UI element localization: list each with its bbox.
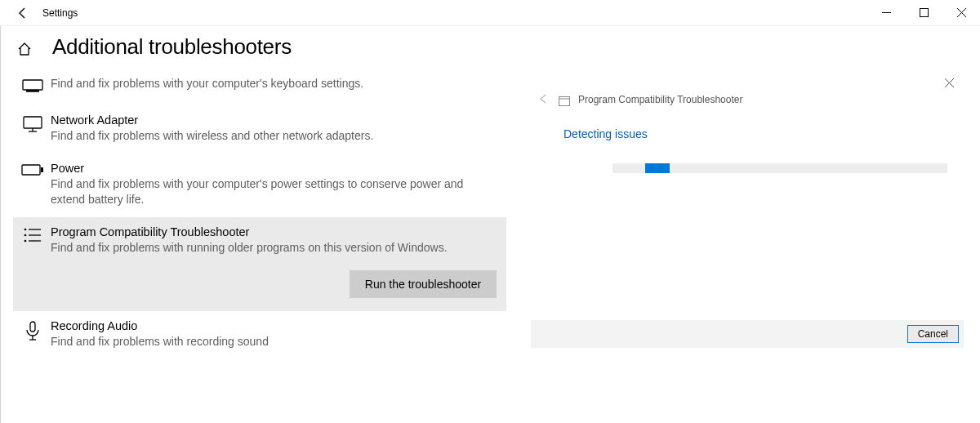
network-adapter-icon: [22, 115, 43, 144]
troubleshooter-item-network[interactable]: Network Adapter Find and fix problems wi…: [13, 105, 506, 154]
troubleshooter-item-program-compat[interactable]: Program Compatibility Troubleshooter Fin…: [13, 217, 506, 311]
dialog-close-button[interactable]: [945, 77, 954, 90]
svg-rect-8: [41, 167, 43, 172]
back-button[interactable]: [11, 2, 34, 24]
window-controls: [867, 0, 980, 26]
item-desc: Find and fix problems with your computer…: [51, 176, 497, 207]
svg-rect-2: [23, 80, 42, 90]
dialog-title: Program Compatibility Troubleshooter: [578, 94, 742, 105]
dialog-status: Detecting issues: [564, 127, 964, 140]
svg-point-11: [24, 234, 27, 236]
progress-bar: [612, 163, 947, 173]
item-title: Recording Audio: [51, 319, 497, 332]
svg-rect-15: [30, 322, 35, 332]
program-list-icon: [23, 227, 42, 298]
minimize-button[interactable]: [867, 0, 905, 26]
titlebar: Settings: [0, 0, 980, 26]
troubleshooter-dialog-pane: Program Compatibility Troubleshooter Det…: [506, 26, 980, 423]
svg-point-9: [24, 228, 27, 230]
progress-bar-fill: [645, 163, 670, 173]
keyboard-icon: [22, 76, 43, 96]
home-icon[interactable]: [15, 42, 34, 56]
dialog-back-button[interactable]: [539, 93, 550, 106]
troubleshooter-dialog: Program Compatibility Troubleshooter Det…: [531, 75, 964, 173]
dialog-footer: Cancel: [531, 320, 964, 348]
close-window-button[interactable]: [942, 0, 980, 26]
maximize-button[interactable]: [905, 0, 942, 26]
item-desc: Find and fix problems with your computer…: [51, 76, 497, 91]
item-title: Power: [51, 162, 497, 175]
microphone-icon: [24, 321, 41, 350]
run-troubleshooter-button[interactable]: Run the troubleshooter: [350, 270, 497, 298]
item-title: Program Compatibility Troubleshooter: [51, 225, 497, 238]
item-desc: Find and fix problems with wireless and …: [51, 128, 497, 144]
svg-rect-18: [559, 97, 570, 106]
item-desc: Find and fix problems with running older…: [51, 240, 497, 256]
troubleshooter-item-power[interactable]: Power Find and fix problems with your co…: [13, 154, 506, 217]
troubleshooter-item-keyboard[interactable]: Find and fix problems with your computer…: [13, 66, 506, 105]
dialog-app-icon: [559, 95, 570, 105]
svg-point-13: [24, 239, 27, 242]
cancel-button[interactable]: Cancel: [907, 325, 959, 343]
troubleshooter-item-recording[interactable]: Recording Audio Find and fix problems wi…: [13, 311, 506, 359]
window-title: Settings: [42, 7, 78, 19]
item-title: Network Adapter: [51, 114, 497, 127]
power-icon: [21, 163, 44, 207]
svg-rect-4: [24, 117, 42, 128]
svg-rect-7: [22, 165, 40, 175]
svg-rect-1: [920, 9, 928, 17]
page-title: Additional troubleshooters: [52, 34, 292, 60]
item-desc: Find and fix problems with recording sou…: [51, 334, 497, 350]
settings-left-pane: Additional troubleshooters Find and fix …: [0, 26, 506, 423]
